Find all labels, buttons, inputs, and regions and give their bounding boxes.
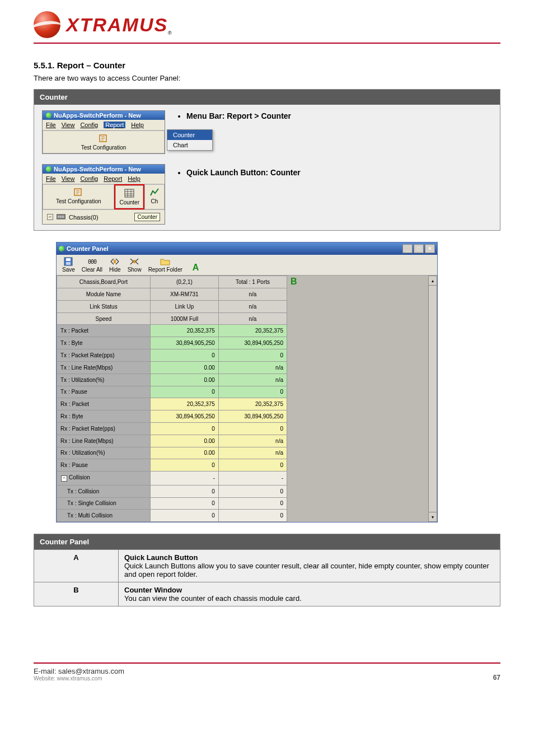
table-row: Rx : Line Rate(Mbps)0.00n/a xyxy=(57,435,287,447)
counter-access-box: Counter NuApps-SwitchPerform - New File … xyxy=(34,89,500,231)
svg-rect-9 xyxy=(66,262,71,265)
mini-titlebar: NuApps-SwitchPerform - New xyxy=(43,111,165,120)
chassis-icon xyxy=(57,213,65,221)
counter-table: Chassis,Board,Port(0,2,1)Total : 1 Ports… xyxy=(57,276,287,522)
footer-website: Website: www.xtramus.com xyxy=(34,675,493,682)
counter-button-highlight: Counter xyxy=(114,184,144,209)
logo-text: XTRAMUS® xyxy=(66,14,172,36)
bullet-menu-path: Menu Bar: Report > Counter xyxy=(186,110,301,122)
tree-expander-icon[interactable]: − xyxy=(61,475,67,482)
menu-report[interactable]: Report xyxy=(104,122,125,128)
table-row: Link StatusLink Upn/a xyxy=(57,300,287,312)
clear-all-icon: 000 xyxy=(87,257,97,266)
table-row: Speed1000M Fulln/a xyxy=(57,312,287,325)
mini-menubar: File View Config Report Help xyxy=(43,120,165,130)
section-desc: There are two ways to access Counter Pan… xyxy=(34,73,500,83)
desc-table-header: Counter Panel xyxy=(34,534,500,550)
menu-file[interactable]: File xyxy=(46,175,56,182)
page-footer: E-mail: sales@xtramus.com Website: www.x… xyxy=(34,662,500,682)
report-dropdown: Counter Chart xyxy=(167,129,213,151)
table-row: Chassis,Board,Port(0,2,1)Total : 1 Ports xyxy=(57,276,287,288)
page-number: 67 xyxy=(493,674,500,682)
tooltip: Counter xyxy=(134,213,160,221)
menu-config[interactable]: Config xyxy=(80,175,98,182)
svg-rect-5 xyxy=(60,216,62,218)
hide-icon xyxy=(110,257,120,266)
counter-panel-toolbar: Save 000 Clear All Hide Show xyxy=(57,255,437,276)
folder-icon xyxy=(160,257,170,266)
counter-panel-window: Counter Panel _ □ × Save 000 Clear All xyxy=(56,242,438,522)
menu-view[interactable]: View xyxy=(62,122,75,128)
test-config-label[interactable]: Test Configuration xyxy=(56,198,101,204)
table-row: Tx : Packet Rate(pps)00 xyxy=(57,349,287,362)
svg-rect-8 xyxy=(66,258,71,261)
menu-config[interactable]: Config xyxy=(80,122,98,128)
dropdown-chart[interactable]: Chart xyxy=(167,140,212,150)
svg-rect-2 xyxy=(125,189,134,197)
tree-chassis[interactable]: Chassis(0) xyxy=(69,214,99,221)
table-row: Tx : Packet20,352,37520,352,375 xyxy=(57,325,287,337)
desc-row-a-marker: A xyxy=(34,550,119,582)
app-icon xyxy=(59,246,64,251)
counter-button[interactable]: Counter xyxy=(119,199,139,206)
test-config-label[interactable]: Test Configuration xyxy=(81,144,127,151)
clear-all-tool[interactable]: 000 Clear All xyxy=(79,257,105,273)
app-icon xyxy=(46,166,51,172)
table-row: Rx : Byte30,894,905,25030,894,905,250 xyxy=(57,410,287,423)
mini-menubar-2: File View Config Report Help xyxy=(43,174,165,184)
maximize-button[interactable]: □ xyxy=(414,244,424,253)
section-title: 5.5.1. Report – Counter xyxy=(34,60,500,70)
minimize-button[interactable]: _ xyxy=(402,244,413,253)
marker-a: A xyxy=(193,263,199,273)
desc-row-a-text: Quick Launch Button Quick Launch Buttons… xyxy=(119,550,500,582)
show-icon xyxy=(129,257,139,266)
vertical-scrollbar[interactable]: ▴ ▾ xyxy=(428,276,437,522)
menu-view[interactable]: View xyxy=(62,175,75,182)
chart-label[interactable]: Ch xyxy=(151,198,158,204)
table-row: Tx : Multi Collision00 xyxy=(57,510,287,522)
show-tool[interactable]: Show xyxy=(125,257,144,273)
menu-file[interactable]: File xyxy=(46,122,56,128)
menu-report[interactable]: Report xyxy=(104,175,122,182)
table-row: Tx : Collision00 xyxy=(57,485,287,497)
svg-rect-10 xyxy=(114,260,116,263)
counter-icon xyxy=(124,188,134,198)
save-icon xyxy=(63,257,73,266)
footer-email: E-mail: sales@xtramus.com xyxy=(34,667,493,675)
test-config-icon xyxy=(73,187,83,197)
table-row: Rx : Packet20,352,37520,352,375 xyxy=(57,398,287,410)
desc-row-b-text: Counter Window You can view the counter … xyxy=(119,582,500,606)
menu-help[interactable]: Help xyxy=(128,175,140,182)
scroll-up-icon[interactable]: ▴ xyxy=(428,276,437,286)
app-icon xyxy=(46,113,51,118)
table-row: −Collision-- xyxy=(57,472,287,486)
chart-icon xyxy=(149,187,160,197)
close-button[interactable]: × xyxy=(425,244,435,253)
save-tool[interactable]: Save xyxy=(60,257,77,273)
hide-tool[interactable]: Hide xyxy=(107,257,123,273)
logo-icon xyxy=(34,11,60,38)
blank-panel: B ▴ ▾ xyxy=(287,276,437,522)
box-header: Counter xyxy=(34,90,500,105)
table-row: Rx : Packet Rate(pps)00 xyxy=(57,422,287,435)
svg-rect-4 xyxy=(58,216,59,218)
bullet-quick-launch: Quick Launch Button: Counter xyxy=(186,167,301,179)
table-row: Tx : Pause00 xyxy=(57,386,287,398)
menu-help[interactable]: Help xyxy=(131,122,144,128)
mini-window-toolbar: NuApps-SwitchPerform - New File View Con… xyxy=(42,164,165,225)
table-row: Rx : Pause00 xyxy=(57,459,287,472)
mini-titlebar-2: NuApps-SwitchPerform - New xyxy=(43,165,165,174)
table-row: Module NameXM-RM731n/a xyxy=(57,288,287,301)
svg-rect-6 xyxy=(62,216,64,218)
mini-app-title-2: NuApps-SwitchPerform - New xyxy=(54,166,141,172)
brand-header: XTRAMUS® xyxy=(34,11,500,44)
scroll-down-icon[interactable]: ▾ xyxy=(428,512,437,522)
table-row: Tx : Utilization(%)0.00n/a xyxy=(57,374,287,386)
table-row: Tx : Line Rate(Mbps)0.00n/a xyxy=(57,361,287,374)
mini-window-menu: NuApps-SwitchPerform - New File View Con… xyxy=(42,110,165,154)
tree-expander-icon[interactable]: − xyxy=(47,214,53,220)
svg-rect-11 xyxy=(133,260,135,263)
report-folder-tool[interactable]: Report Folder xyxy=(146,257,185,273)
test-config-icon xyxy=(99,133,109,143)
dropdown-counter[interactable]: Counter xyxy=(167,130,212,140)
